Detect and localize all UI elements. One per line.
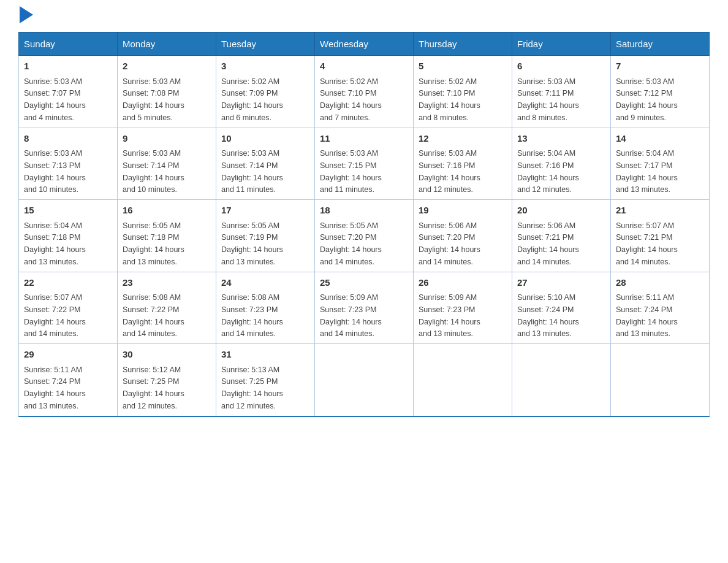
day-info: Sunrise: 5:08 AMSunset: 7:23 PMDaylight:… [221,293,283,338]
day-header-wednesday: Wednesday [315,33,414,56]
calendar-cell: 23 Sunrise: 5:08 AMSunset: 7:22 PMDaylig… [118,272,216,344]
day-info: Sunrise: 5:05 AMSunset: 7:19 PMDaylight:… [221,221,283,266]
calendar-cell: 12 Sunrise: 5:03 AMSunset: 7:16 PMDaylig… [414,128,512,200]
calendar-table: SundayMondayTuesdayWednesdayThursdayFrid… [18,32,710,417]
day-info: Sunrise: 5:03 AMSunset: 7:13 PMDaylight:… [24,149,86,194]
day-number: 25 [320,276,408,290]
day-number: 10 [221,132,309,146]
day-info: Sunrise: 5:07 AMSunset: 7:21 PMDaylight:… [616,221,678,266]
day-number: 5 [419,59,507,74]
day-header-saturday: Saturday [611,33,710,56]
day-info: Sunrise: 5:03 AMSunset: 7:12 PMDaylight:… [616,77,678,122]
day-number: 12 [419,132,507,146]
day-number: 29 [24,348,112,362]
calendar-cell: 1 Sunrise: 5:03 AMSunset: 7:07 PMDayligh… [19,56,118,128]
day-header-monday: Monday [118,33,216,56]
day-info: Sunrise: 5:02 AMSunset: 7:09 PMDaylight:… [221,77,283,122]
day-info: Sunrise: 5:03 AMSunset: 7:08 PMDaylight:… [123,77,184,122]
day-number: 31 [221,348,309,362]
day-info: Sunrise: 5:03 AMSunset: 7:11 PMDaylight:… [517,77,579,122]
day-info: Sunrise: 5:11 AMSunset: 7:24 PMDaylight:… [24,366,86,410]
calendar-cell: 24 Sunrise: 5:08 AMSunset: 7:23 PMDaylig… [216,272,315,344]
day-info: Sunrise: 5:13 AMSunset: 7:25 PMDaylight:… [221,366,283,410]
calendar-cell: 4 Sunrise: 5:02 AMSunset: 7:10 PMDayligh… [315,56,414,128]
day-info: Sunrise: 5:03 AMSunset: 7:16 PMDaylight:… [419,149,480,194]
calendar-cell [414,344,512,416]
calendar-header-row: SundayMondayTuesdayWednesdayThursdayFrid… [19,33,710,56]
day-info: Sunrise: 5:05 AMSunset: 7:20 PMDaylight:… [320,221,382,266]
day-info: Sunrise: 5:04 AMSunset: 7:18 PMDaylight:… [24,221,86,266]
calendar-cell: 14 Sunrise: 5:04 AMSunset: 7:17 PMDaylig… [611,128,710,200]
day-number: 28 [616,276,704,290]
day-number: 23 [123,276,211,290]
day-info: Sunrise: 5:11 AMSunset: 7:24 PMDaylight:… [616,293,678,338]
day-info: Sunrise: 5:02 AMSunset: 7:10 PMDaylight:… [419,77,480,122]
week-row-1: 1 Sunrise: 5:03 AMSunset: 7:07 PMDayligh… [19,56,710,128]
day-number: 15 [24,204,112,218]
day-number: 8 [24,132,112,146]
day-info: Sunrise: 5:04 AMSunset: 7:16 PMDaylight:… [517,149,579,194]
calendar-cell: 25 Sunrise: 5:09 AMSunset: 7:23 PMDaylig… [315,272,414,344]
calendar-cell: 16 Sunrise: 5:05 AMSunset: 7:18 PMDaylig… [118,200,216,272]
calendar-cell: 22 Sunrise: 5:07 AMSunset: 7:22 PMDaylig… [19,272,118,344]
week-row-3: 15 Sunrise: 5:04 AMSunset: 7:18 PMDaylig… [19,200,710,272]
calendar-cell: 30 Sunrise: 5:12 AMSunset: 7:25 PMDaylig… [118,344,216,416]
day-info: Sunrise: 5:10 AMSunset: 7:24 PMDaylight:… [517,293,579,338]
week-row-5: 29 Sunrise: 5:11 AMSunset: 7:24 PMDaylig… [19,344,710,416]
calendar-cell: 7 Sunrise: 5:03 AMSunset: 7:12 PMDayligh… [611,56,710,128]
day-info: Sunrise: 5:12 AMSunset: 7:25 PMDaylight:… [123,366,184,410]
day-number: 4 [320,59,408,74]
day-info: Sunrise: 5:06 AMSunset: 7:21 PMDaylight:… [517,221,579,266]
calendar-cell [315,344,414,416]
day-number: 16 [123,204,211,218]
calendar-cell: 3 Sunrise: 5:02 AMSunset: 7:09 PMDayligh… [216,56,315,128]
day-info: Sunrise: 5:03 AMSunset: 7:07 PMDaylight:… [24,77,86,122]
logo [18,12,33,20]
page-header [18,12,710,20]
calendar-cell: 19 Sunrise: 5:06 AMSunset: 7:20 PMDaylig… [414,200,512,272]
day-number: 26 [419,276,507,290]
day-number: 2 [123,59,211,74]
day-number: 17 [221,204,309,218]
day-number: 18 [320,204,408,218]
calendar-cell: 8 Sunrise: 5:03 AMSunset: 7:13 PMDayligh… [19,128,118,200]
calendar-cell: 10 Sunrise: 5:03 AMSunset: 7:14 PMDaylig… [216,128,315,200]
day-header-friday: Friday [512,33,611,56]
day-number: 11 [320,132,408,146]
calendar-cell: 13 Sunrise: 5:04 AMSunset: 7:16 PMDaylig… [512,128,611,200]
svg-marker-0 [20,6,33,23]
calendar-cell: 28 Sunrise: 5:11 AMSunset: 7:24 PMDaylig… [611,272,710,344]
calendar-cell: 29 Sunrise: 5:11 AMSunset: 7:24 PMDaylig… [19,344,118,416]
day-number: 14 [616,132,704,146]
logo-triangle-icon [20,6,33,23]
day-number: 9 [123,132,211,146]
day-number: 27 [517,276,605,290]
day-info: Sunrise: 5:03 AMSunset: 7:14 PMDaylight:… [123,149,184,194]
day-number: 13 [517,132,605,146]
day-number: 24 [221,276,309,290]
day-number: 6 [517,59,605,74]
day-number: 1 [24,59,112,74]
calendar-cell: 20 Sunrise: 5:06 AMSunset: 7:21 PMDaylig… [512,200,611,272]
day-number: 22 [24,276,112,290]
calendar-cell: 17 Sunrise: 5:05 AMSunset: 7:19 PMDaylig… [216,200,315,272]
day-number: 20 [517,204,605,218]
day-info: Sunrise: 5:08 AMSunset: 7:22 PMDaylight:… [123,293,184,338]
day-number: 3 [221,59,309,74]
calendar-cell: 31 Sunrise: 5:13 AMSunset: 7:25 PMDaylig… [216,344,315,416]
week-row-4: 22 Sunrise: 5:07 AMSunset: 7:22 PMDaylig… [19,272,710,344]
calendar-cell: 2 Sunrise: 5:03 AMSunset: 7:08 PMDayligh… [118,56,216,128]
calendar-cell [512,344,611,416]
day-info: Sunrise: 5:07 AMSunset: 7:22 PMDaylight:… [24,293,86,338]
week-row-2: 8 Sunrise: 5:03 AMSunset: 7:13 PMDayligh… [19,128,710,200]
calendar-cell: 5 Sunrise: 5:02 AMSunset: 7:10 PMDayligh… [414,56,512,128]
day-info: Sunrise: 5:02 AMSunset: 7:10 PMDaylight:… [320,77,382,122]
day-info: Sunrise: 5:09 AMSunset: 7:23 PMDaylight:… [419,293,480,338]
day-info: Sunrise: 5:03 AMSunset: 7:14 PMDaylight:… [221,149,283,194]
calendar-cell: 15 Sunrise: 5:04 AMSunset: 7:18 PMDaylig… [19,200,118,272]
day-info: Sunrise: 5:05 AMSunset: 7:18 PMDaylight:… [123,221,184,266]
day-info: Sunrise: 5:03 AMSunset: 7:15 PMDaylight:… [320,149,382,194]
day-info: Sunrise: 5:09 AMSunset: 7:23 PMDaylight:… [320,293,382,338]
calendar-cell: 6 Sunrise: 5:03 AMSunset: 7:11 PMDayligh… [512,56,611,128]
day-number: 21 [616,204,704,218]
